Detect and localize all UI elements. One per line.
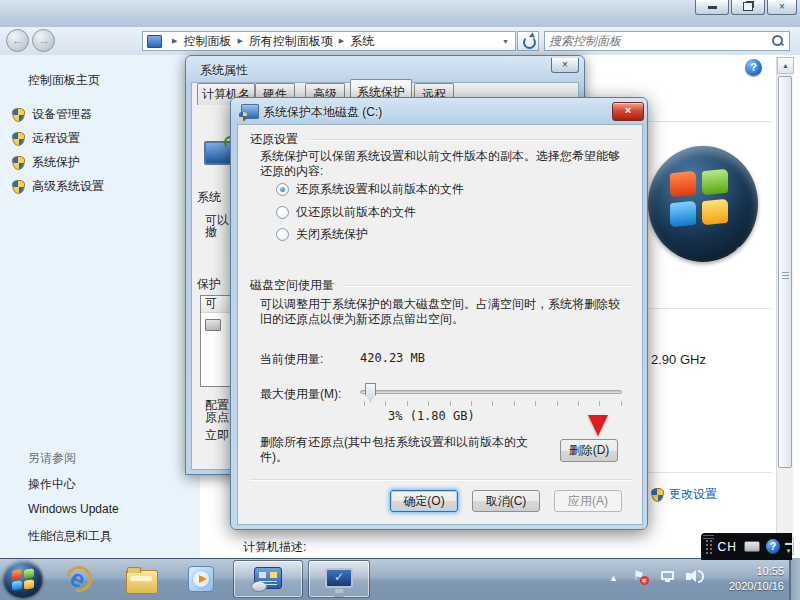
uac-shield-icon — [651, 488, 664, 502]
apply-button[interactable]: 应用(A) — [554, 490, 622, 512]
system-properties-close-button[interactable]: × — [551, 58, 579, 73]
disk-usage-description: 可以调整用于系统保护的最大磁盘空间。占满空间时，系统将删除较旧的还原点以便为新还… — [260, 297, 628, 327]
taskbar — [0, 558, 800, 600]
button-area-divider — [250, 479, 632, 481]
system-window-icon — [147, 35, 162, 48]
text-fragment: 原点 — [205, 409, 229, 426]
cancel-button[interactable]: 取消(C) — [472, 490, 540, 512]
breadcrumb-separator-icon: ▶ — [333, 37, 350, 45]
radio-icon[interactable] — [276, 228, 289, 241]
forward-button[interactable]: → — [32, 29, 55, 52]
max-usage-slider-thumb[interactable] — [365, 383, 376, 402]
text-fragment: 系统 — [197, 189, 221, 206]
radio-selected-icon[interactable] — [276, 183, 289, 196]
max-usage-slider-track[interactable] — [360, 390, 622, 394]
volume-tray-icon[interactable] — [686, 573, 691, 580]
scrollbar[interactable]: ▲ ▼ — [776, 57, 793, 557]
taskbar-explorer-icon[interactable] — [126, 570, 158, 594]
delete-button[interactable]: 删除(D) — [560, 439, 618, 462]
close-icon: × — [779, 1, 785, 12]
refresh-button[interactable] — [517, 31, 539, 51]
control-panel-icon — [254, 567, 282, 589]
sidebar-item-windows-update[interactable]: Windows Update — [28, 502, 119, 516]
taskbar-internet-explorer-icon[interactable]: e — [66, 566, 92, 592]
breadcrumb-dropdown-icon[interactable]: ▼ — [496, 38, 515, 45]
forward-arrow-icon: → — [37, 33, 50, 48]
disk-usage-group: 磁盘空间使用量 — [250, 277, 632, 294]
sidebar-item-remote-settings[interactable]: 远程设置 — [12, 130, 80, 147]
radio-label: 关闭系统保护 — [296, 226, 368, 243]
help-icon: ? — [750, 61, 757, 73]
change-settings-link[interactable]: 更改设置 — [669, 486, 717, 503]
sidebar-item-advanced-settings[interactable]: 高级系统设置 — [12, 178, 104, 195]
keyboard-icon[interactable] — [744, 541, 760, 552]
windows-flag-pane — [702, 199, 728, 226]
sidebar-item-label: 高级系统设置 — [32, 178, 104, 195]
ime-help-button[interactable]: ? — [766, 539, 780, 554]
minimize-icon — [708, 6, 717, 9]
minimize-button[interactable] — [695, 0, 729, 15]
radio-restore-files-only[interactable]: 仅还原以前版本的文件 — [276, 204, 416, 221]
language-indicator[interactable]: CH — [718, 540, 737, 554]
network-tray-icon[interactable] — [661, 571, 674, 580]
restore-button[interactable] — [731, 0, 765, 15]
windows-flag-pane — [670, 171, 696, 198]
mouse-icon — [251, 581, 267, 592]
sidebar-item-performance-tools[interactable]: 性能信息和工具 — [28, 528, 112, 545]
breadcrumb-item-system[interactable]: 系统 — [350, 33, 374, 50]
options-dropdown-icon[interactable]: ▾ — [787, 547, 791, 554]
sidebar-item-action-center[interactable]: 操作中心 — [28, 476, 76, 493]
breadcrumb-item-all-items[interactable]: 所有控制面板项 — [249, 33, 333, 50]
uac-shield-icon — [12, 108, 25, 122]
change-settings-task[interactable]: 更改设置 — [651, 486, 717, 503]
refresh-icon — [523, 36, 536, 49]
disk-icon — [205, 319, 221, 331]
text-fragment: 撤 — [205, 224, 217, 241]
control-panel-titlebar[interactable] — [0, 0, 800, 28]
start-button[interactable] — [3, 560, 43, 598]
action-center-tray-icon[interactable]: ⚑ × — [633, 568, 645, 583]
close-icon: × — [625, 104, 631, 116]
taskbar-button-system[interactable] — [308, 560, 370, 598]
wmp-play-icon — [199, 575, 207, 583]
restore-description: 系统保护可以保留系统设置和以前文件版本的副本。选择您希望能够还原的内容: — [260, 149, 628, 179]
max-usage-label: 最大使用量(M): — [260, 386, 341, 403]
back-button[interactable]: ← — [6, 29, 29, 52]
taskbar-clock[interactable]: 10:55 2020/10/16 — [706, 564, 784, 594]
sidebar-item-home[interactable]: 控制面板主页 — [28, 72, 100, 89]
sidebar-item-system-protection[interactable]: 系统保护 — [12, 154, 80, 171]
radio-disable-protection[interactable]: 关闭系统保护 — [276, 226, 368, 243]
search-input[interactable] — [545, 34, 771, 48]
taskbar-media-player-icon[interactable] — [188, 566, 214, 592]
show-desktop-button[interactable] — [789, 558, 800, 600]
dialog-close-button[interactable]: × — [612, 102, 644, 121]
windows-flag-pane — [702, 169, 728, 196]
breadcrumb[interactable]: ▶ 控制面板 ▶ 所有控制面板项 ▶ 系统 ▼ — [142, 31, 516, 51]
scroll-up-button[interactable]: ▲ — [777, 57, 794, 74]
taskbar-button-control-panel[interactable] — [233, 560, 303, 598]
delete-description: 删除所有还原点(其中包括系统设置和以前版本的文件)。 — [260, 435, 528, 465]
radio-restore-system-and-files[interactable]: 还原系统设置和以前版本的文件 — [276, 181, 464, 198]
ok-button[interactable]: 确定(O) — [390, 490, 458, 512]
close-button[interactable]: × — [767, 0, 797, 15]
language-bar[interactable]: CH ? ▬ ▾ — [701, 533, 792, 560]
annotation-arrow-icon — [588, 415, 608, 436]
back-arrow-icon: ← — [11, 33, 24, 48]
sidebar-item-device-manager[interactable]: 设备管理器 — [12, 106, 92, 123]
radio-icon[interactable] — [276, 206, 289, 219]
sidebar-item-label: 设备管理器 — [32, 106, 92, 123]
minimize-icon[interactable]: ▬ — [785, 539, 792, 546]
computer-description-label: 计算机描述: — [243, 539, 306, 556]
scrollbar-thumb[interactable] — [778, 76, 792, 468]
help-button[interactable]: ? — [745, 59, 762, 76]
group-divider — [342, 285, 632, 287]
error-badge-icon: × — [640, 576, 649, 585]
current-usage-value: 420.23 MB — [360, 351, 425, 365]
restore-icon — [743, 2, 753, 11]
current-usage-label: 当前使用量: — [260, 351, 323, 368]
breadcrumb-item-control-panel[interactable]: 控制面板 — [183, 33, 231, 50]
drag-grip-icon[interactable] — [705, 539, 712, 555]
tray-expand-button[interactable]: ▲ — [609, 573, 618, 583]
language-bar-options[interactable]: ▬ ▾ — [785, 539, 792, 555]
desktop: × ← → ▶ 控制面板 ▶ 所有控制面板项 ▶ 系统 ▼ 控制面板主页 设备管… — [0, 0, 800, 600]
